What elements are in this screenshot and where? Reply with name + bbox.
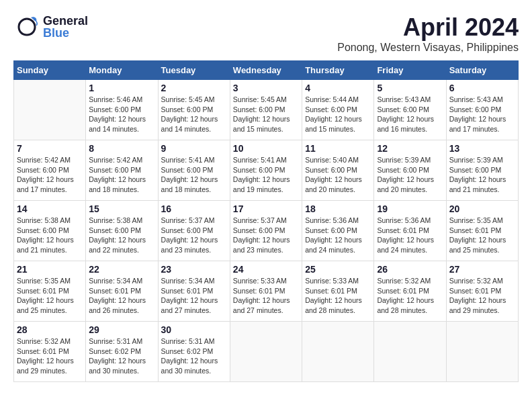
location-text: Ponong, Western Visayas, Philippines: [337, 42, 519, 54]
day-number: 3: [233, 83, 299, 93]
calendar-cell: 21Sunrise: 5:35 AM Sunset: 6:01 PM Dayli…: [14, 261, 86, 322]
calendar-cell: 13Sunrise: 5:39 AM Sunset: 6:00 PM Dayli…: [446, 140, 518, 201]
day-info: Sunrise: 5:46 AM Sunset: 6:00 PM Dayligh…: [89, 95, 154, 134]
calendar-cell: 18Sunrise: 5:36 AM Sunset: 6:00 PM Dayli…: [302, 201, 374, 261]
day-number: 18: [305, 203, 371, 214]
calendar-cell: [14, 80, 86, 140]
month-title: April 2024: [337, 13, 519, 42]
day-info: Sunrise: 5:35 AM Sunset: 6:01 PM Dayligh…: [449, 216, 515, 255]
day-info: Sunrise: 5:42 AM Sunset: 6:00 PM Dayligh…: [17, 155, 83, 195]
day-number: 25: [305, 264, 371, 275]
day-info: Sunrise: 5:41 AM Sunset: 6:00 PM Dayligh…: [161, 155, 227, 195]
calendar-cell: [302, 322, 374, 382]
day-number: 4: [305, 83, 371, 93]
calendar-cell: 15Sunrise: 5:38 AM Sunset: 6:00 PM Dayli…: [86, 201, 158, 261]
day-number: 13: [449, 143, 515, 154]
day-number: 21: [17, 264, 83, 275]
calendar-cell: 5Sunrise: 5:43 AM Sunset: 6:00 PM Daylig…: [374, 80, 446, 140]
day-info: Sunrise: 5:44 AM Sunset: 6:00 PM Dayligh…: [305, 95, 371, 134]
day-info: Sunrise: 5:45 AM Sunset: 6:00 PM Dayligh…: [161, 95, 227, 134]
day-info: Sunrise: 5:31 AM Sunset: 6:02 PM Dayligh…: [161, 336, 227, 376]
day-number: 17: [233, 203, 299, 214]
calendar-cell: 20Sunrise: 5:35 AM Sunset: 6:01 PM Dayli…: [446, 201, 518, 261]
header-row: Sunday Monday Tuesday Wednesday Thursday…: [14, 61, 519, 80]
calendar-cell: 8Sunrise: 5:42 AM Sunset: 6:00 PM Daylig…: [86, 140, 158, 201]
day-info: Sunrise: 5:43 AM Sunset: 6:00 PM Dayligh…: [449, 95, 515, 134]
calendar-cell: 30Sunrise: 5:31 AM Sunset: 6:02 PM Dayli…: [158, 322, 230, 382]
day-info: Sunrise: 5:32 AM Sunset: 6:01 PM Dayligh…: [377, 276, 443, 316]
calendar-week-4: 21Sunrise: 5:35 AM Sunset: 6:01 PM Dayli…: [14, 261, 519, 322]
day-number: 9: [161, 143, 227, 154]
calendar-cell: 16Sunrise: 5:37 AM Sunset: 6:00 PM Dayli…: [158, 201, 230, 261]
calendar-cell: 29Sunrise: 5:31 AM Sunset: 6:02 PM Dayli…: [86, 322, 158, 382]
day-number: 27: [449, 264, 515, 275]
calendar-week-5: 28Sunrise: 5:32 AM Sunset: 6:01 PM Dayli…: [14, 322, 519, 382]
day-info: Sunrise: 5:32 AM Sunset: 6:01 PM Dayligh…: [449, 276, 515, 316]
calendar-cell: 10Sunrise: 5:41 AM Sunset: 6:00 PM Dayli…: [230, 140, 302, 201]
day-info: Sunrise: 5:43 AM Sunset: 6:00 PM Dayligh…: [377, 95, 443, 134]
calendar-cell: [446, 322, 518, 382]
calendar-header: Sunday Monday Tuesday Wednesday Thursday…: [14, 61, 519, 80]
col-tuesday: Tuesday: [158, 61, 230, 80]
logo: General Blue: [13, 13, 88, 40]
day-number: 24: [233, 264, 299, 275]
calendar-cell: 28Sunrise: 5:32 AM Sunset: 6:01 PM Dayli…: [14, 322, 86, 382]
calendar-cell: 7Sunrise: 5:42 AM Sunset: 6:00 PM Daylig…: [14, 140, 86, 201]
calendar-cell: 4Sunrise: 5:44 AM Sunset: 6:00 PM Daylig…: [302, 80, 374, 140]
day-number: 7: [17, 143, 83, 154]
day-number: 16: [161, 203, 227, 214]
day-number: 8: [89, 143, 154, 154]
day-info: Sunrise: 5:32 AM Sunset: 6:01 PM Dayligh…: [17, 336, 83, 376]
logo-text-block: General Blue: [43, 15, 88, 39]
day-info: Sunrise: 5:39 AM Sunset: 6:00 PM Dayligh…: [449, 155, 515, 195]
day-number: 11: [305, 143, 371, 154]
col-sunday: Sunday: [14, 61, 86, 80]
calendar-cell: 3Sunrise: 5:45 AM Sunset: 6:00 PM Daylig…: [230, 80, 302, 140]
calendar-cell: 24Sunrise: 5:33 AM Sunset: 6:01 PM Dayli…: [230, 261, 302, 322]
calendar-week-3: 14Sunrise: 5:38 AM Sunset: 6:00 PM Dayli…: [14, 201, 519, 261]
day-number: 29: [89, 324, 154, 335]
day-number: 26: [377, 264, 443, 275]
day-number: 5: [377, 83, 443, 93]
day-number: 14: [17, 203, 83, 214]
day-number: 30: [161, 324, 227, 335]
day-number: 15: [89, 203, 154, 214]
day-info: Sunrise: 5:39 AM Sunset: 6:00 PM Dayligh…: [377, 155, 443, 195]
logo-general-text: General: [43, 15, 88, 27]
day-number: 10: [233, 143, 299, 154]
calendar-cell: [230, 322, 302, 382]
calendar-body: 1Sunrise: 5:46 AM Sunset: 6:00 PM Daylig…: [14, 80, 519, 382]
calendar-table: Sunday Monday Tuesday Wednesday Thursday…: [13, 60, 519, 382]
day-info: Sunrise: 5:38 AM Sunset: 6:00 PM Dayligh…: [89, 216, 154, 255]
calendar-cell: 6Sunrise: 5:43 AM Sunset: 6:00 PM Daylig…: [446, 80, 518, 140]
calendar-cell: [374, 322, 446, 382]
day-info: Sunrise: 5:37 AM Sunset: 6:00 PM Dayligh…: [161, 216, 227, 255]
day-number: 28: [17, 324, 83, 335]
day-info: Sunrise: 5:33 AM Sunset: 6:01 PM Dayligh…: [233, 276, 299, 316]
col-wednesday: Wednesday: [230, 61, 302, 80]
calendar-cell: 19Sunrise: 5:36 AM Sunset: 6:01 PM Dayli…: [374, 201, 446, 261]
logo-blue-text: Blue: [43, 27, 88, 39]
day-info: Sunrise: 5:38 AM Sunset: 6:00 PM Dayligh…: [17, 216, 83, 255]
day-info: Sunrise: 5:40 AM Sunset: 6:00 PM Dayligh…: [305, 155, 371, 195]
day-info: Sunrise: 5:41 AM Sunset: 6:00 PM Dayligh…: [233, 155, 299, 195]
day-info: Sunrise: 5:35 AM Sunset: 6:01 PM Dayligh…: [17, 276, 83, 316]
title-block: April 2024 Ponong, Western Visayas, Phil…: [337, 13, 519, 54]
calendar-cell: 27Sunrise: 5:32 AM Sunset: 6:01 PM Dayli…: [446, 261, 518, 322]
day-info: Sunrise: 5:45 AM Sunset: 6:00 PM Dayligh…: [233, 95, 299, 134]
day-info: Sunrise: 5:33 AM Sunset: 6:01 PM Dayligh…: [305, 276, 371, 316]
day-number: 23: [161, 264, 227, 275]
day-info: Sunrise: 5:34 AM Sunset: 6:01 PM Dayligh…: [89, 276, 154, 316]
calendar-week-1: 1Sunrise: 5:46 AM Sunset: 6:00 PM Daylig…: [14, 80, 519, 140]
calendar-cell: 2Sunrise: 5:45 AM Sunset: 6:00 PM Daylig…: [158, 80, 230, 140]
page-header: General Blue April 2024 Ponong, Western …: [13, 13, 519, 54]
day-number: 19: [377, 203, 443, 214]
day-number: 12: [377, 143, 443, 154]
day-info: Sunrise: 5:42 AM Sunset: 6:00 PM Dayligh…: [89, 155, 154, 195]
day-number: 6: [449, 83, 515, 93]
calendar-cell: 17Sunrise: 5:37 AM Sunset: 6:00 PM Dayli…: [230, 201, 302, 261]
calendar-cell: 1Sunrise: 5:46 AM Sunset: 6:00 PM Daylig…: [86, 80, 158, 140]
day-info: Sunrise: 5:34 AM Sunset: 6:01 PM Dayligh…: [161, 276, 227, 316]
col-monday: Monday: [86, 61, 158, 80]
day-info: Sunrise: 5:36 AM Sunset: 6:00 PM Dayligh…: [305, 216, 371, 255]
